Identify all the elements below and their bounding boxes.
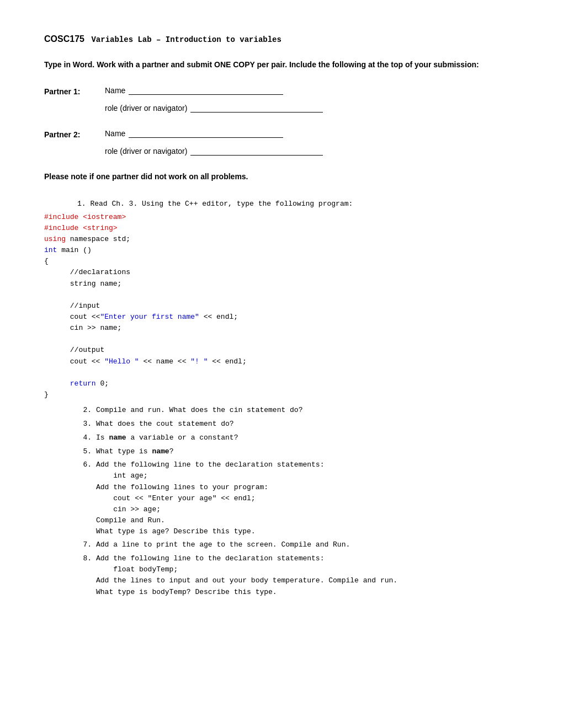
code-intro: 1. Read Ch. 3. Using the C++ editor, typ… <box>44 199 519 210</box>
partner2-label: Partner 2: <box>44 129 105 139</box>
q4-text: Is name a variable or a constant? <box>96 432 519 444</box>
include-string: #include <string> <box>44 224 118 232</box>
code-line-2: #include <string> <box>44 223 519 234</box>
lab-title: Variables Lab – Introduction to variable… <box>91 35 281 44</box>
partner1-role-line: role (driver or navigator) <box>105 104 323 113</box>
partner1-name-label: Name <box>105 86 125 95</box>
q6-text: Add the following line to the declaratio… <box>96 459 519 537</box>
question-5: 5. What type is name? <box>44 446 519 458</box>
code-line-8: //input <box>44 301 519 312</box>
string-hello: "Hello " <box>104 357 139 366</box>
partner1-fields: Name role (driver or navigator) <box>105 86 323 113</box>
partner1-name-underline <box>129 86 283 95</box>
partner1-block: Partner 1: Name role (driver or navigato… <box>44 86 519 113</box>
q8-num: 8. <box>77 553 92 598</box>
code-line-7: string name; <box>44 279 519 290</box>
code-line-13: return 0; <box>44 378 519 389</box>
partner2-row: Partner 2: Name role (driver or navigato… <box>44 129 519 156</box>
q5-text: What type is name? <box>96 446 519 458</box>
q5-num: 5. <box>77 446 92 458</box>
partner2-role-line: role (driver or navigator) <box>105 147 323 156</box>
code-section: 1. Read Ch. 3. Using the C++ editor, typ… <box>44 199 519 401</box>
note-line: Please note if one partner did not work … <box>44 172 519 181</box>
code-line-4: int main () <box>44 245 519 256</box>
code-line-5: { <box>44 256 519 267</box>
q2-num: 2. <box>77 405 92 416</box>
using-keyword: using <box>44 235 66 243</box>
code-blank-3 <box>44 367 519 378</box>
partner1-label: Partner 1: <box>44 86 105 96</box>
question-3: 3. What does the cout statement do? <box>44 419 519 430</box>
q7-num: 7. <box>77 539 92 551</box>
partner2-fields: Name role (driver or navigator) <box>105 129 323 156</box>
string-exclaim: "! " <box>190 357 208 366</box>
code-blank-2 <box>44 334 519 345</box>
q8-text: Add the following line to the declaratio… <box>96 553 519 598</box>
code-line-11: //output <box>44 345 519 356</box>
partner2-role-label: role (driver or navigator) <box>105 147 187 156</box>
code-line-6: //declarations <box>44 267 519 278</box>
code-line-12: cout << "Hello " << name << "! " << endl… <box>44 356 519 367</box>
q3-num: 3. <box>77 419 92 430</box>
question-6: 6. Add the following line to the declara… <box>44 459 519 537</box>
partner1-role-underline <box>190 104 323 113</box>
code-line-14: } <box>44 389 519 400</box>
question-7: 7. Add a line to print the age to the sc… <box>44 539 519 551</box>
question-4: 4. Is name a variable or a constant? <box>44 432 519 444</box>
code-line-3: using namespace std; <box>44 234 519 245</box>
return-keyword: return <box>70 379 96 388</box>
partner2-name-line: Name <box>105 129 323 138</box>
include-iostream: #include <iostream> <box>44 213 126 221</box>
partner2-name-underline <box>129 129 283 138</box>
partner2-block: Partner 2: Name role (driver or navigato… <box>44 129 519 156</box>
partner2-name-label: Name <box>105 129 125 138</box>
q2-text: Compile and run. What does the cin state… <box>96 405 519 416</box>
q4-num: 4. <box>77 432 92 444</box>
course-id: COSC175 <box>44 34 84 44</box>
question-8: 8. Add the following line to the declara… <box>44 553 519 598</box>
code-line-9: cout <<"Enter your first name" << endl; <box>44 312 519 323</box>
questions-list: 2. Compile and run. What does the cin st… <box>44 405 519 598</box>
partner2-role-underline <box>190 147 323 156</box>
code-blank-1 <box>44 290 519 301</box>
question-2: 2. Compile and run. What does the cin st… <box>44 405 519 416</box>
q5-bold-name: name <box>152 447 169 456</box>
code-line-10: cin >> name; <box>44 323 519 334</box>
page-title: COSC175 Variables Lab – Introduction to … <box>44 33 519 46</box>
q7-text: Add a line to print the age to the scree… <box>96 539 519 551</box>
q4-bold-name: name <box>109 433 126 442</box>
string-enter-name: "Enter your first name" <box>100 313 199 321</box>
partner1-row: Partner 1: Name role (driver or navigato… <box>44 86 519 113</box>
partner1-role-label: role (driver or navigator) <box>105 104 187 113</box>
code-line-1: #include <iostream> <box>44 212 519 223</box>
q3-text: What does the cout statement do? <box>96 419 519 430</box>
int-keyword: int <box>44 246 57 254</box>
instructions-text: Type in Word. Work with a partner and su… <box>44 59 519 71</box>
q6-num: 6. <box>77 459 92 537</box>
partner1-name-line: Name <box>105 86 323 95</box>
